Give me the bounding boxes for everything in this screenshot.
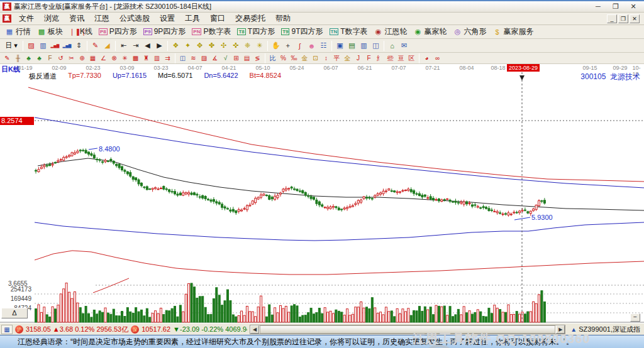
tools-icon-37[interactable]: ✉	[398, 40, 410, 52]
draw-icon-19[interactable]: ▨	[199, 53, 209, 63]
draw-icon-8[interactable]: ▦	[87, 53, 98, 63]
tools-icon-25[interactable]: ✋	[270, 40, 282, 52]
toolbar-button-10[interactable]: ◉赢家轮	[411, 25, 450, 38]
menu-item-1[interactable]: 浏览	[39, 13, 64, 24]
tools-icon-13[interactable]: ◀	[142, 40, 153, 52]
tools-icon-11[interactable]: ⇤	[118, 40, 130, 52]
menu-item-4[interactable]: 公式选股	[114, 13, 155, 24]
quote-grid-icon[interactable]: ▦	[1, 325, 13, 334]
child-minimize-button[interactable]: _	[607, 14, 617, 23]
toolbar-button-9[interactable]: ◉江恩轮	[371, 25, 411, 38]
draw-icon-3[interactable]: ♣	[34, 53, 45, 63]
tools-icon-34[interactable]: ◫	[370, 40, 382, 52]
toolbar-button-5[interactable]: PNP数字表	[189, 25, 234, 38]
menu-item-9[interactable]: 帮助	[270, 13, 296, 24]
toolbar-button-4[interactable]: P99P四方形	[140, 25, 189, 38]
tools-icon-12[interactable]: ⇥	[130, 40, 142, 52]
shanghai-index-value[interactable]: 3158.05 ▲3.68 0.12% 2956.53亿	[26, 325, 128, 334]
draw-icon-14[interactable]: ▥	[152, 53, 162, 63]
toolbar-button-1[interactable]: ▩板块	[34, 25, 66, 38]
draw-icon-32[interactable]: 平	[331, 53, 342, 63]
tools-icon-20[interactable]: ✣	[218, 40, 230, 52]
toolbar-button-6[interactable]: T8T四方形	[234, 25, 278, 38]
draw-icon-39[interactable]: 区	[406, 53, 417, 63]
scroll-left-icon[interactable]: ◀	[250, 325, 259, 334]
menu-item-8[interactable]: 交易委托	[230, 13, 270, 24]
chart-canvas[interactable]	[0, 64, 644, 323]
tools-icon-36[interactable]: ⌂	[386, 40, 398, 52]
menu-item-2[interactable]: 资讯	[64, 13, 89, 24]
child-restore-button[interactable]: ❐	[618, 14, 628, 23]
draw-icon-36[interactable]: 纟	[374, 53, 385, 63]
draw-icon-35[interactable]: F	[364, 53, 374, 63]
draw-icon-22[interactable]: ⊞	[231, 53, 242, 63]
draw-icon-26[interactable]: 比	[267, 53, 278, 63]
draw-icon-1[interactable]: ╫	[13, 53, 23, 63]
collapse-pane-button[interactable]: −	[630, 313, 640, 322]
draw-icon-13[interactable]: ♜	[141, 53, 152, 63]
toolbar-button-3[interactable]: P8P四方形	[96, 25, 140, 38]
draw-icon-17[interactable]: ◫	[177, 53, 188, 63]
draw-icon-0[interactable]: ✎	[2, 53, 13, 63]
child-close-button[interactable]: ✕	[630, 14, 640, 23]
shenzhen-index-change[interactable]: ▼-23.09 -0.22% 4069.94亿	[173, 325, 247, 334]
tools-icon-4[interactable]: ▂▅▇	[49, 40, 61, 52]
tools-icon-31[interactable]: ▣	[334, 40, 346, 52]
toolbar-button-11[interactable]: ◎六角形	[450, 25, 490, 38]
tools-icon-21[interactable]: ✜	[230, 40, 242, 52]
menu-item-0[interactable]: 文件	[14, 13, 39, 24]
draw-icon-9[interactable]: ∠	[98, 53, 109, 63]
toolbar-button-2[interactable]: ❘❚❘K线	[66, 25, 96, 38]
toolbar-button-8[interactable]: TNT数字表	[326, 25, 371, 38]
toolbar-button-12[interactable]: $赢家服务	[490, 25, 537, 38]
tools-icon-23[interactable]: ✳	[253, 40, 265, 52]
toolbar-button-0[interactable]: ▦行情	[2, 25, 34, 38]
draw-icon-41[interactable]: ◕	[421, 53, 432, 63]
draw-icon-21[interactable]: √	[220, 53, 231, 63]
toolbar-button-7[interactable]: T99T四方形	[278, 25, 326, 38]
draw-icon-29[interactable]: 金	[299, 53, 310, 63]
draw-icon-5[interactable]: ↺	[55, 53, 66, 63]
tools-icon-0[interactable]: 日 ▾	[2, 40, 21, 52]
draw-icon-11[interactable]: ✳	[119, 53, 130, 63]
draw-icon-27[interactable]: %	[278, 53, 289, 63]
tools-icon-14[interactable]: ▶	[153, 40, 165, 52]
tools-icon-3[interactable]: ▥	[37, 40, 49, 52]
tools-icon-5[interactable]: ▂▅▇	[61, 40, 73, 52]
tools-icon-9[interactable]: ◢	[101, 40, 113, 52]
shenzhen-index-value[interactable]: 10517.62	[142, 325, 170, 333]
tools-icon-33[interactable]: ▥	[358, 40, 370, 52]
draw-icon-10[interactable]: ⊗	[109, 53, 119, 63]
draw-icon-7[interactable]: ⊕	[77, 53, 87, 63]
tools-icon-8[interactable]: ✎	[89, 40, 101, 52]
draw-icon-24[interactable]: ≶	[252, 53, 263, 63]
draw-icon-2[interactable]: ♣	[23, 53, 34, 63]
shanghai-market-icon[interactable]: 沪	[15, 325, 23, 334]
minimize-button[interactable]: ─	[594, 3, 602, 11]
menu-item-5[interactable]: 设置	[155, 13, 180, 24]
draw-icon-23[interactable]: ▤	[242, 53, 252, 63]
menu-item-7[interactable]: 窗口	[205, 13, 230, 24]
draw-icon-38[interactable]: 亘	[396, 53, 406, 63]
tools-icon-18[interactable]: ✥	[194, 40, 206, 52]
menu-item-3[interactable]: 江恩	[89, 13, 114, 24]
tools-icon-22[interactable]: ❈	[242, 40, 253, 52]
draw-icon-4[interactable]: F	[45, 53, 55, 63]
shenzhen-market-icon[interactable]: 深	[131, 325, 139, 334]
draw-icon-12[interactable]: ▩	[130, 53, 141, 63]
tools-icon-2[interactable]: ▨	[25, 40, 37, 52]
expand-pane-button[interactable]: Δ	[1, 308, 28, 318]
draw-icon-30[interactable]: ⊡	[310, 53, 321, 63]
tools-icon-29[interactable]: ☷	[318, 40, 330, 52]
draw-icon-37[interactable]: 些	[385, 53, 396, 63]
tools-icon-26[interactable]: ＋	[282, 40, 294, 52]
draw-icon-6[interactable]: ✂	[66, 53, 77, 63]
draw-icon-28[interactable]: ‰	[289, 53, 299, 63]
draw-icon-20[interactable]: ∡	[209, 53, 220, 63]
tools-icon-6[interactable]: ⇕	[73, 40, 85, 52]
tools-icon-27[interactable]: ʃ	[294, 40, 306, 52]
tools-icon-28[interactable]: ☻	[306, 40, 318, 52]
tools-icon-17[interactable]: ✦	[182, 40, 194, 52]
draw-icon-34[interactable]: J	[353, 53, 364, 63]
draw-icon-15[interactable]: ⇉	[162, 53, 173, 63]
